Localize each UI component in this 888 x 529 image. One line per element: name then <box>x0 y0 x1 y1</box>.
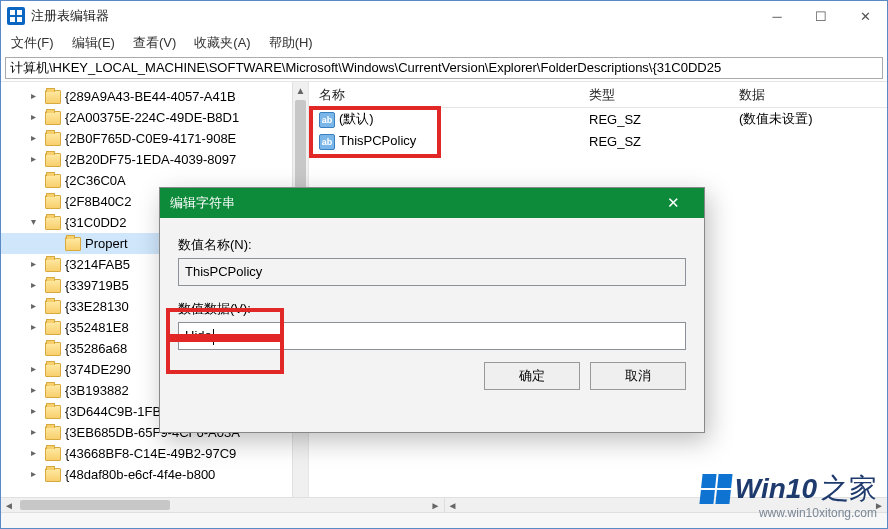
folder-icon <box>45 195 61 209</box>
col-name[interactable]: 名称 <box>309 86 579 104</box>
window-controls: ─ ☐ ✕ <box>755 1 887 31</box>
value-name: (默认) <box>339 111 374 126</box>
chevron-right-icon[interactable]: ▸ <box>31 468 45 479</box>
tree-item-label: {43668BF8-C14E-49B2-97C9 <box>65 446 236 461</box>
tree-item-label: {2C36C0A <box>65 173 126 188</box>
menu-fav[interactable]: 收藏夹(A) <box>190 32 254 54</box>
tree-item-label: {2B0F765D-C0E9-4171-908E <box>65 131 236 146</box>
value-name-label: 数值名称(N): <box>178 236 686 254</box>
list-row[interactable]: ab(默认)REG_SZ(数值未设置) <box>309 108 887 130</box>
chevron-right-icon[interactable]: ▸ <box>31 153 45 164</box>
tree-item-label: {48daf80b-e6cf-4f4e-b800 <box>65 467 215 482</box>
watermark: Win10之家 www.win10xitong.com <box>701 470 877 520</box>
string-value-icon: ab <box>319 134 335 150</box>
tree-item[interactable]: ▸{43668BF8-C14E-49B2-97C9 <box>1 443 308 464</box>
chevron-right-icon[interactable]: ▸ <box>31 384 45 395</box>
cancel-button[interactable]: 取消 <box>590 362 686 390</box>
windows-logo-icon <box>699 474 732 504</box>
menu-edit[interactable]: 编辑(E) <box>68 32 119 54</box>
chevron-right-icon[interactable]: ▸ <box>31 258 45 269</box>
value-data: (数值未设置) <box>729 110 887 128</box>
tree-item-label: {35286a68 <box>65 341 127 356</box>
menu-file[interactable]: 文件(F) <box>7 32 58 54</box>
tree-item[interactable]: ▸{2A00375E-224C-49DE-B8D1 <box>1 107 308 128</box>
list-header: 名称 类型 数据 <box>309 82 887 108</box>
scroll-left-icon[interactable]: ◄ <box>445 498 461 512</box>
list-row[interactable]: abThisPCPolicyREG_SZ <box>309 130 887 152</box>
folder-icon <box>45 279 61 293</box>
maximize-button[interactable]: ☐ <box>799 1 843 31</box>
col-type[interactable]: 类型 <box>579 86 729 104</box>
path-input[interactable]: 计算机\HKEY_LOCAL_MACHINE\SOFTWARE\Microsof… <box>5 57 883 79</box>
folder-icon <box>45 132 61 146</box>
folder-icon <box>45 426 61 440</box>
tree-item-label: {374DE290 <box>65 362 131 377</box>
tree-item-label: {2A00375E-224C-49DE-B8D1 <box>65 110 239 125</box>
tree-item-label: {2F8B40C2 <box>65 194 132 209</box>
tree-item-label: {2B20DF75-1EDA-4039-8097 <box>65 152 236 167</box>
value-type: REG_SZ <box>579 134 729 149</box>
tree-item-label: {33E28130 <box>65 299 129 314</box>
chevron-right-icon[interactable]: ▸ <box>31 111 45 122</box>
watermark-brand: Win10 <box>735 473 817 505</box>
folder-icon <box>45 321 61 335</box>
text-caret <box>213 329 214 345</box>
folder-icon <box>45 384 61 398</box>
folder-icon <box>45 405 61 419</box>
watermark-url: www.win10xitong.com <box>701 506 877 520</box>
folder-icon <box>45 153 61 167</box>
chevron-right-icon[interactable]: ▸ <box>31 447 45 458</box>
dialog-titlebar: 编辑字符串 ✕ <box>160 188 704 218</box>
tree-item-label: {31C0DD2 <box>65 215 126 230</box>
folder-icon <box>45 300 61 314</box>
chevron-right-icon[interactable]: ▸ <box>31 132 45 143</box>
value-data-field[interactable]: Hide <box>178 322 686 350</box>
tree-item[interactable]: ▸{2B20DF75-1EDA-4039-8097 <box>1 149 308 170</box>
chevron-right-icon[interactable]: ▸ <box>31 279 45 290</box>
folder-icon <box>45 216 61 230</box>
tree-item[interactable]: ▸{289A9A43-BE44-4057-A41B <box>1 86 308 107</box>
title-bar: 注册表编辑器 ─ ☐ ✕ <box>1 1 887 31</box>
tree-item[interactable]: ▸{48daf80b-e6cf-4f4e-b800 <box>1 464 308 485</box>
col-data[interactable]: 数据 <box>729 86 887 104</box>
tree-item-label: {3B193882 <box>65 383 129 398</box>
folder-icon <box>65 237 81 251</box>
folder-icon <box>45 90 61 104</box>
scroll-left-icon[interactable]: ◄ <box>1 498 17 512</box>
tree-item[interactable]: ▸{2B0F765D-C0E9-4171-908E <box>1 128 308 149</box>
address-bar: 计算机\HKEY_LOCAL_MACHINE\SOFTWARE\Microsof… <box>1 55 887 81</box>
scroll-up-icon[interactable]: ▲ <box>293 82 308 98</box>
dialog-close-button[interactable]: ✕ <box>652 188 694 218</box>
chevron-right-icon[interactable]: ▸ <box>31 426 45 437</box>
ok-button[interactable]: 确定 <box>484 362 580 390</box>
menu-help[interactable]: 帮助(H) <box>265 32 317 54</box>
scroll-right-icon[interactable]: ► <box>428 498 444 512</box>
window-title: 注册表编辑器 <box>31 7 109 25</box>
tree-item-label: Propert <box>85 236 128 251</box>
scroll-thumb[interactable] <box>20 500 170 510</box>
chevron-right-icon[interactable]: ▸ <box>31 321 45 332</box>
string-value-icon: ab <box>319 112 335 128</box>
folder-icon <box>45 174 61 188</box>
chevron-down-icon[interactable]: ▾ <box>31 216 45 227</box>
close-button[interactable]: ✕ <box>843 1 887 31</box>
regedit-icon <box>7 7 25 25</box>
chevron-right-icon[interactable]: ▸ <box>31 300 45 311</box>
tree-item-label: {289A9A43-BE44-4057-A41B <box>65 89 236 104</box>
value-name-field[interactable]: ThisPCPolicy <box>178 258 686 286</box>
tree-item-label: {339719B5 <box>65 278 129 293</box>
folder-icon <box>45 258 61 272</box>
svg-rect-3 <box>17 17 22 22</box>
folder-icon <box>45 468 61 482</box>
chevron-right-icon[interactable]: ▸ <box>31 363 45 374</box>
minimize-button[interactable]: ─ <box>755 1 799 31</box>
watermark-tail: 之家 <box>821 470 877 508</box>
folder-icon <box>45 447 61 461</box>
edit-string-dialog: 编辑字符串 ✕ 数值名称(N): ThisPCPolicy 数值数据(V): H… <box>159 187 705 433</box>
menu-view[interactable]: 查看(V) <box>129 32 180 54</box>
tree-item-label: {352481E8 <box>65 320 129 335</box>
folder-icon <box>45 363 61 377</box>
chevron-right-icon[interactable]: ▸ <box>31 90 45 101</box>
chevron-right-icon[interactable]: ▸ <box>31 405 45 416</box>
value-type: REG_SZ <box>579 112 729 127</box>
